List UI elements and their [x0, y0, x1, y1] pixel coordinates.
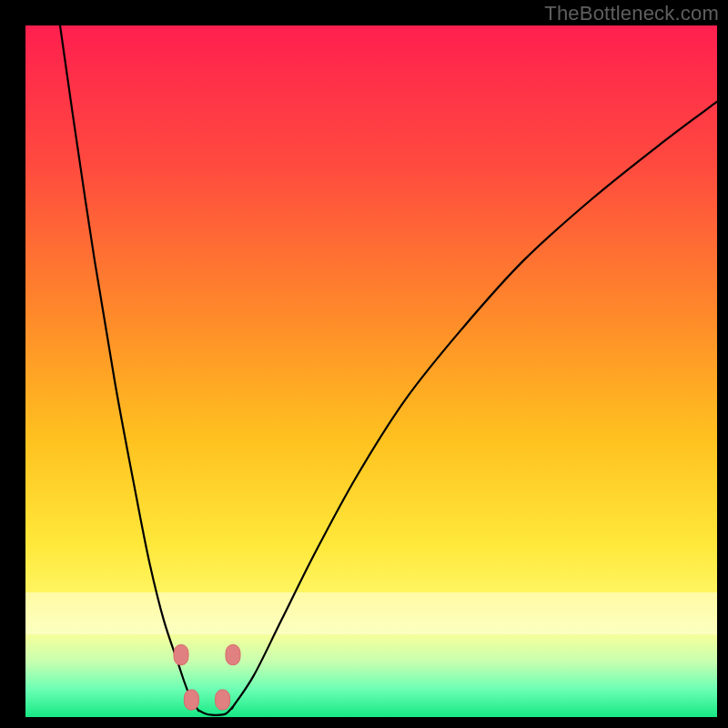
frame: TheBottleneck.com	[0, 0, 728, 728]
left-lower-marker	[184, 690, 198, 710]
left-upper-marker	[174, 645, 188, 665]
right-upper-marker	[226, 645, 240, 665]
right-lower-marker	[216, 690, 230, 710]
watermark-text: TheBottleneck.com	[544, 2, 719, 25]
plot-area	[25, 25, 717, 717]
valley-markers	[25, 25, 717, 717]
